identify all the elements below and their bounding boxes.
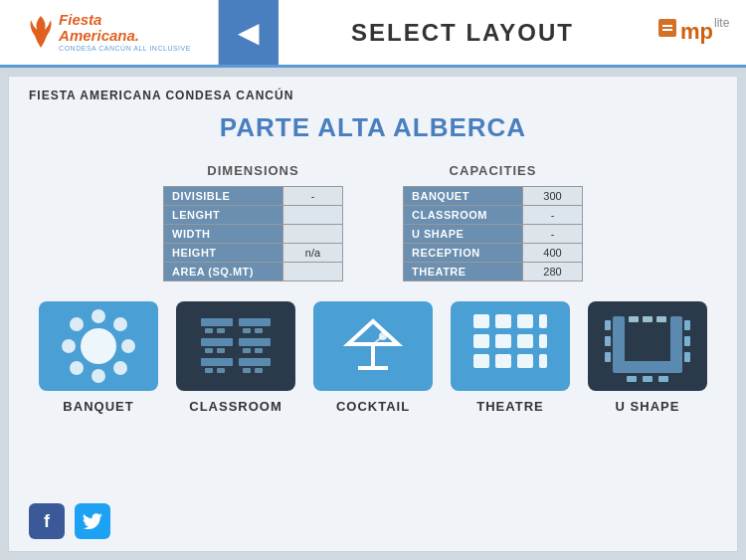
svg-rect-14 <box>201 318 233 326</box>
svg-rect-42 <box>495 334 511 348</box>
table-row: DIVISIBLE - <box>164 187 343 206</box>
social-bar: f <box>29 503 110 539</box>
dimensions-table: DIVISIBLE - LENGHT WIDTH HEIGHT n/a AREA… <box>163 186 343 281</box>
dimensions-heading: DIMENSIONS <box>207 163 298 178</box>
svg-rect-48 <box>539 354 547 368</box>
svg-point-8 <box>62 339 76 353</box>
table-row: HEIGHT n/a <box>164 244 343 263</box>
layout-classroom[interactable]: CLASSROOM <box>176 301 295 414</box>
cocktail-label: COCKTAIL <box>336 399 410 414</box>
ushape-label: U SHAPE <box>616 399 680 414</box>
theatre-icon-box <box>451 301 570 391</box>
cap-label-0: BANQUET <box>404 187 523 206</box>
table-row: RECEPTION 400 <box>404 244 583 263</box>
capacities-heading: CAPACITIES <box>450 163 537 178</box>
layout-ushape[interactable]: U SHAPE <box>588 301 707 414</box>
cap-label-1: CLASSROOM <box>404 206 523 225</box>
svg-point-13 <box>113 361 127 375</box>
svg-rect-23 <box>255 328 263 333</box>
bmp-logo-icon: mp lite <box>656 11 736 55</box>
svg-point-9 <box>121 339 135 353</box>
logo-icon <box>27 14 55 50</box>
svg-rect-63 <box>656 316 666 322</box>
dim-value-3: n/a <box>283 244 343 263</box>
venue-name: FIESTA AMERICANA CONDESA CANCÚN <box>29 89 717 102</box>
svg-rect-43 <box>517 334 533 348</box>
svg-rect-21 <box>217 328 225 333</box>
svg-rect-57 <box>684 352 690 362</box>
classroom-label: CLASSROOM <box>189 399 282 414</box>
svg-rect-62 <box>643 316 653 322</box>
dim-value-1 <box>283 206 343 225</box>
layout-theatre[interactable]: THEATRE <box>451 301 570 414</box>
svg-rect-2 <box>662 29 672 31</box>
layout-banquet[interactable]: BANQUET <box>39 301 158 414</box>
cap-label-2: U SHAPE <box>404 225 523 244</box>
header: Fiesta Americana. CONDESA CANCÚN ALL INC… <box>0 0 746 68</box>
svg-rect-22 <box>243 328 251 333</box>
svg-rect-46 <box>495 354 511 368</box>
svg-rect-52 <box>605 320 611 330</box>
logo-text: Fiesta Americana. CONDESA CANCÚN ALL INC… <box>27 12 191 53</box>
svg-rect-18 <box>201 358 233 366</box>
svg-rect-25 <box>217 348 225 353</box>
svg-point-5 <box>81 328 116 364</box>
classroom-svg-icon <box>191 306 280 386</box>
dim-value-2 <box>283 225 343 244</box>
svg-rect-16 <box>201 338 233 346</box>
banquet-icon-box <box>39 301 158 391</box>
cap-value-1: - <box>523 206 583 225</box>
room-title: PARTE ALTA ALBERCA <box>29 112 717 143</box>
svg-rect-55 <box>684 320 690 330</box>
back-button[interactable]: ◀ <box>219 0 279 65</box>
svg-text:lite: lite <box>714 16 730 30</box>
logo-container: Fiesta Americana. CONDESA CANCÚN ALL INC… <box>0 0 219 65</box>
layout-cocktail[interactable]: COCKTAIL <box>313 301 433 414</box>
svg-rect-53 <box>605 336 611 346</box>
svg-rect-60 <box>658 376 668 382</box>
svg-marker-32 <box>348 321 398 344</box>
twitter-button[interactable] <box>75 503 110 539</box>
cocktail-svg-icon <box>328 306 418 386</box>
facebook-button[interactable]: f <box>29 503 65 539</box>
svg-rect-17 <box>239 338 271 346</box>
svg-rect-15 <box>239 318 271 326</box>
svg-rect-24 <box>205 348 213 353</box>
back-arrow-icon: ◀ <box>238 16 260 49</box>
svg-rect-28 <box>205 368 213 373</box>
svg-rect-19 <box>239 358 271 366</box>
table-row: WIDTH <box>164 225 343 244</box>
dim-value-0: - <box>283 187 343 206</box>
brand-sub: CONDESA CANCÚN ALL INCLUSIVE <box>59 45 191 53</box>
svg-rect-0 <box>658 19 676 37</box>
cap-value-2: - <box>523 225 583 244</box>
svg-rect-59 <box>643 376 653 382</box>
twitter-icon <box>83 513 102 529</box>
ushape-svg-icon <box>603 306 692 386</box>
banquet-label: BANQUET <box>63 399 133 414</box>
facebook-icon: f <box>44 511 50 532</box>
svg-rect-56 <box>684 336 690 346</box>
svg-rect-30 <box>243 368 251 373</box>
table-row: THEATRE 280 <box>404 263 583 281</box>
cap-value-3: 400 <box>523 244 583 263</box>
main-content: FIESTA AMERICANA CONDESA CANCÚN PARTE AL… <box>8 76 738 552</box>
svg-text:mp: mp <box>680 19 713 44</box>
tables-section: DIMENSIONS DIVISIBLE - LENGHT WIDTH HEIG… <box>29 163 717 281</box>
ushape-icon-box <box>588 301 707 391</box>
table-row: LENGHT <box>164 206 343 225</box>
table-row: U SHAPE - <box>404 225 583 244</box>
cap-label-4: THEATRE <box>404 263 523 281</box>
svg-point-12 <box>70 361 84 375</box>
svg-point-6 <box>92 309 105 323</box>
dimensions-block: DIMENSIONS DIVISIBLE - LENGHT WIDTH HEIG… <box>163 163 343 281</box>
svg-rect-29 <box>217 368 225 373</box>
svg-rect-1 <box>662 25 672 27</box>
svg-rect-38 <box>495 314 511 328</box>
svg-rect-44 <box>539 334 547 348</box>
dim-label-1: LENGHT <box>164 206 283 225</box>
dim-label-2: WIDTH <box>164 225 283 244</box>
dim-value-4 <box>283 263 343 281</box>
theatre-svg-icon <box>466 306 555 386</box>
layouts-section: BANQUET <box>29 301 717 414</box>
